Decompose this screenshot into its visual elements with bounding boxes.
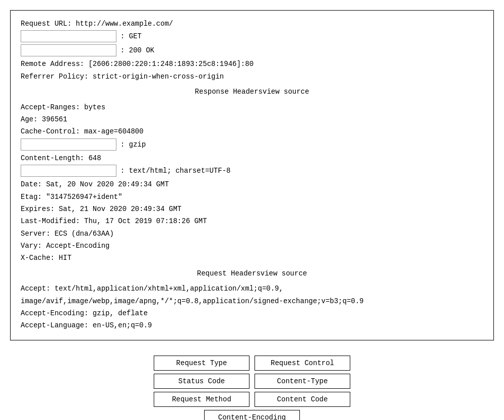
- content-encoding-line: : gzip: [21, 138, 483, 151]
- request-url-line: Request URL: http://www.example.com/: [21, 18, 483, 29]
- request-type-line: : GET: [21, 30, 483, 42]
- last-modified: Last-Modified: Thu, 17 Oct 2019 07:18:26…: [21, 216, 483, 227]
- date: Date: Sat, 20 Nov 2020 20:49:34 GMT: [21, 179, 483, 190]
- content-type-button[interactable]: Content-Type: [255, 374, 350, 389]
- content-length: Content-Length: 648: [21, 153, 483, 164]
- accept-continued: image/avif,image/webp,image/apng,*/*;q=0…: [21, 296, 483, 307]
- get-value: : GET: [120, 31, 142, 42]
- request-control-button[interactable]: Request Control: [255, 356, 350, 371]
- etag: Etag: "3147526947+ident": [21, 191, 483, 202]
- cache-control: Cache-Control: max-age=604800: [21, 126, 483, 137]
- age: Age: 396561: [21, 114, 483, 125]
- gzip-value: : gzip: [120, 139, 146, 150]
- response-headers-title: Response Headersview source: [21, 86, 483, 97]
- status-code-button[interactable]: Status Code: [154, 374, 249, 389]
- request-type-input[interactable]: [21, 30, 116, 42]
- status-code-input[interactable]: [21, 44, 116, 56]
- accept: Accept: text/html,application/xhtml+xml,…: [21, 283, 483, 294]
- buttons-section: Request Type Request Control Status Code…: [154, 356, 350, 420]
- request-method-button[interactable]: Request Method: [154, 392, 249, 407]
- content-encoding-input[interactable]: [21, 138, 116, 151]
- content-type-input[interactable]: [21, 165, 116, 177]
- request-headers-title: Request Headersview source: [21, 268, 483, 279]
- button-row-1: Request Type Request Control: [154, 356, 350, 371]
- content-encoding-button[interactable]: Content-Encoding: [204, 410, 300, 420]
- server: Server: ECS (dna/63AA): [21, 228, 483, 239]
- accept-language: Accept-Language: en-US,en;q=0.9: [21, 320, 483, 331]
- accept-ranges: Accept-Ranges: bytes: [21, 102, 483, 113]
- accept-encoding: Accept-Encoding: gzip, deflate: [21, 308, 483, 319]
- main-container: Request URL: http://www.example.com/ : G…: [0, 0, 504, 420]
- content-code-button[interactable]: Content Code: [255, 392, 350, 407]
- content-type-line: : text/html; charset=UTF-8: [21, 165, 483, 177]
- request-type-button[interactable]: Request Type: [154, 356, 249, 371]
- button-row-4: Content-Encoding: [204, 410, 300, 420]
- button-row-2: Status Code Content-Type: [154, 374, 350, 389]
- content-type-value: : text/html; charset=UTF-8: [120, 165, 230, 176]
- ok-value: : 200 OK: [120, 45, 154, 56]
- status-code-line: : 200 OK: [21, 44, 483, 56]
- info-box: Request URL: http://www.example.com/ : G…: [10, 10, 494, 340]
- x-cache: X-Cache: HIT: [21, 252, 483, 263]
- vary: Vary: Accept-Encoding: [21, 240, 483, 251]
- remote-address: Remote Address: [2606:2800:220:1:248:189…: [21, 58, 483, 69]
- expires: Expires: Sat, 21 Nov 2020 20:49:34 GMT: [21, 203, 483, 215]
- referrer-policy: Referrer Policy: strict-origin-when-cros…: [21, 71, 483, 82]
- button-row-3: Request Method Content Code: [154, 392, 350, 407]
